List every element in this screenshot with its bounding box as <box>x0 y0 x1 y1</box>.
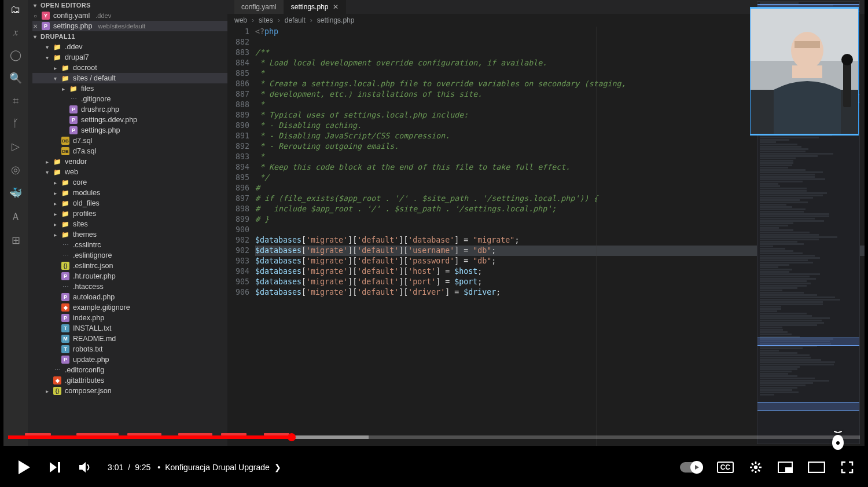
tree-item[interactable]: ▸ 📁 themes <box>32 229 227 240</box>
tree-item[interactable]: P .ht.router.php <box>32 271 227 281</box>
tree-label: settings.ddev.php <box>81 116 137 124</box>
tree-item[interactable]: ▾ 📁 drupal7 <box>32 52 227 63</box>
chevron-icon <box>44 367 50 374</box>
tree-item[interactable]: ▸ 📁 modules <box>32 188 227 198</box>
tree-item[interactable]: T robots.txt <box>32 344 227 354</box>
tree-label: .eslintrc.json <box>73 262 113 270</box>
chevron-right-icon[interactable]: ❯ <box>274 463 281 472</box>
ruler <box>597 27 597 446</box>
breadcrumb-item[interactable]: settings.php <box>317 16 355 24</box>
next-button[interactable] <box>47 460 62 475</box>
chevron-icon <box>52 284 58 290</box>
run-icon[interactable]: ▷ <box>12 140 20 153</box>
tree-item[interactable]: ▾ 📁 web <box>32 167 227 177</box>
extensions-icon[interactable]: ⊞ <box>12 234 20 247</box>
target-icon[interactable]: ◎ <box>11 163 20 176</box>
theater-button[interactable] <box>808 462 825 473</box>
settings-button[interactable] <box>749 460 763 474</box>
breadcrumb-item[interactable]: sites <box>259 16 273 24</box>
buffered <box>292 435 368 439</box>
file-icon: ⋯ <box>69 95 78 103</box>
file-icon: {} <box>53 387 61 395</box>
chevron-icon <box>52 294 58 301</box>
figma-icon[interactable]: ⌗ <box>13 95 19 107</box>
tree-item[interactable]: ▾ 📁 sites / default <box>32 73 227 83</box>
tree-item[interactable]: ▾ 📁 .ddev <box>32 42 227 52</box>
file-icon: T <box>61 324 69 332</box>
file-icon: ⋯ <box>53 366 61 374</box>
chapter-title[interactable]: Konfiguracja Drupal Upgrade <box>165 463 270 472</box>
close-icon[interactable]: ✕ <box>333 3 339 11</box>
tree-item[interactable]: DB d7.sql <box>32 136 227 146</box>
open-editor-item[interactable]: ○ Y config.yaml .ddev <box>32 10 227 21</box>
tree-item[interactable]: ▸ {} composer.json <box>32 386 227 396</box>
tree-item[interactable]: P drushrc.php <box>32 104 227 115</box>
tree-item[interactable]: {} .eslintrc.json <box>32 261 227 271</box>
editor-tab[interactable]: config.yaml <box>234 0 284 14</box>
tree-item[interactable]: M README.md <box>32 334 227 344</box>
chevron-icon: ▾ <box>44 44 50 50</box>
source-control-icon[interactable]: ᚶ <box>13 118 19 130</box>
tree-item[interactable]: T INSTALL.txt <box>32 323 227 334</box>
letter-a-icon[interactable]: Ａ <box>10 210 21 224</box>
autoplay-toggle[interactable] <box>680 462 702 473</box>
tree-item[interactable]: P settings.ddev.php <box>32 115 227 125</box>
letters-icon[interactable]: 𝑥 <box>13 26 18 38</box>
breadcrumb-item[interactable]: web <box>234 16 247 24</box>
tree-item[interactable]: P update.php <box>32 354 227 365</box>
tree-item[interactable]: ◆ .gitattributes <box>32 375 227 386</box>
tree-item[interactable]: ▸ 📁 old_files <box>32 198 227 208</box>
open-editors-header[interactable]: ▾ OPEN EDITORS <box>28 0 227 10</box>
chevron-icon <box>60 96 66 102</box>
breadcrumb-item[interactable]: default <box>285 16 306 24</box>
tree-label: profiles <box>73 210 96 218</box>
close-icon[interactable]: ✕ <box>32 23 38 30</box>
close-icon[interactable]: ○ <box>32 13 38 19</box>
tree-item[interactable]: ▸ 📁 vendor <box>32 156 227 167</box>
chevron-icon <box>52 273 58 280</box>
fullscreen-button[interactable] <box>840 460 854 474</box>
file-icon: ⋯ <box>61 251 69 259</box>
tree-item[interactable]: ⋯ .eslintignore <box>32 250 227 261</box>
explorer-icon[interactable]: 🗂 <box>10 3 21 16</box>
tree-item[interactable]: ▸ 📁 core <box>32 177 227 188</box>
volume-button[interactable] <box>78 460 93 475</box>
tree-label: .htaccess <box>73 283 104 291</box>
tree-label: .editorconfig <box>65 366 104 374</box>
editor-tab[interactable]: settings.php✕ <box>284 0 347 14</box>
file-icon: 📁 <box>61 220 69 228</box>
tree-item[interactable]: ⋯ .csslintrc <box>32 240 227 250</box>
svg-line-15 <box>752 463 753 465</box>
tree-label: modules <box>73 189 100 197</box>
tree-item[interactable]: ▸ 📁 sites <box>32 219 227 229</box>
file-icon: 📁 <box>61 199 69 207</box>
tree-label: themes <box>73 230 97 239</box>
circle-icon[interactable]: ◯ <box>10 49 21 61</box>
captions-button[interactable]: CC <box>717 462 734 473</box>
open-editor-item[interactable]: ✕ P settings.php web/sites/default <box>32 21 227 31</box>
search-icon[interactable]: 🔍 <box>9 72 22 85</box>
play-button[interactable] <box>14 458 32 477</box>
project-header[interactable]: ▾ DRUPAL11 <box>28 31 227 42</box>
seek-bar[interactable] <box>8 435 860 439</box>
docker-icon[interactable]: 🐳 <box>9 186 22 199</box>
tree-item[interactable]: DB d7a.sql <box>32 146 227 156</box>
heatmap <box>8 433 860 435</box>
tree-label: d7a.sql <box>73 147 96 155</box>
tree-label: .ddev <box>65 43 83 51</box>
tree-item[interactable]: ▸ 📁 files <box>32 83 227 94</box>
current-time: 3:01 <box>108 463 123 472</box>
tree-item[interactable]: ▸ 📁 docroot <box>32 63 227 73</box>
tree-item[interactable]: P autoload.php <box>32 292 227 302</box>
svg-line-18 <box>758 463 760 465</box>
tree-item[interactable]: ⋯ .editorconfig <box>32 365 227 375</box>
chevron-down-icon: ▾ <box>32 34 38 40</box>
tree-item[interactable]: ▸ 📁 profiles <box>32 208 227 219</box>
tree-item[interactable]: ◆ example.gitignore <box>32 302 227 313</box>
tree-item[interactable]: P settings.php <box>32 125 227 136</box>
miniplayer-button[interactable] <box>778 462 793 473</box>
tree-item[interactable]: P index.php <box>32 313 227 323</box>
tree-item[interactable]: ⋯ .htaccess <box>32 281 227 292</box>
tree-item[interactable]: ⋯ .gitignore <box>32 94 227 104</box>
file-icon: M <box>61 335 69 343</box>
